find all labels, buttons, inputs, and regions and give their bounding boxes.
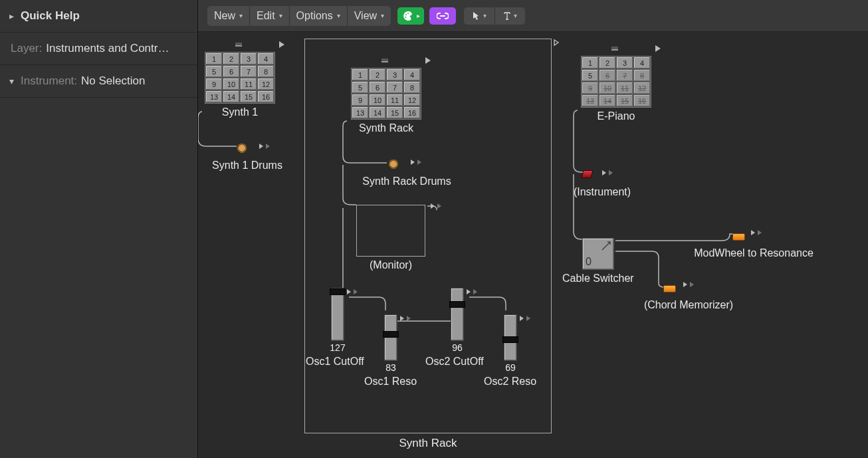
transformer-icon [732, 233, 745, 241]
node-label: Synth Rack Drums [354, 175, 460, 187]
channel-cell[interactable]: 13 [205, 90, 223, 103]
channel-cell[interactable]: 5 [205, 65, 223, 78]
instrument-synth1[interactable]: 12345678910111213141516 Synth 1 [205, 52, 275, 118]
channel-cell[interactable]: 1 [352, 68, 369, 81]
channel-cell[interactable]: 9 [582, 82, 599, 94]
channel-cell[interactable]: 6 [599, 69, 616, 82]
quick-help-row[interactable]: ▸ Quick Help [0, 0, 197, 33]
object-synth1-drums[interactable]: Synth 1 Drums [207, 142, 287, 172]
object-instrument[interactable]: (Instrument) [562, 169, 642, 198]
channel-cell[interactable]: 2 [599, 57, 616, 69]
channel-cell[interactable]: 10 [223, 78, 240, 90]
node-label: ModWheel to Resonance [681, 247, 827, 259]
channel-cell[interactable]: 4 [257, 53, 274, 65]
channel-cell[interactable]: 11 [616, 82, 633, 94]
pointer-tool-button[interactable]: ▾ [464, 7, 494, 25]
channel-cell[interactable]: 8 [257, 65, 274, 78]
channel-cell[interactable]: 4 [403, 68, 421, 81]
color-palette-button[interactable]: ▸ [397, 7, 424, 25]
io-icon [258, 144, 270, 149]
channel-cell[interactable]: 11 [386, 94, 403, 106]
channel-cell[interactable]: 16 [633, 94, 651, 107]
channel-cell[interactable]: 7 [386, 81, 403, 94]
channel-cell[interactable]: 14 [599, 94, 616, 107]
channel-cell[interactable]: 10 [599, 82, 616, 94]
channel-cell[interactable]: 15 [240, 90, 257, 103]
channel-cell[interactable]: 2 [223, 53, 240, 65]
fader-osc1-cutoff[interactable]: 127 Osc1 CutOff [331, 288, 364, 368]
fader-osc1-reso[interactable]: 83 Osc1 Reso [384, 314, 417, 388]
channel-cell[interactable]: 3 [616, 57, 633, 69]
channel-cell[interactable]: 12 [257, 78, 274, 90]
fader-osc2-reso[interactable]: 69 Osc2 Reso [504, 314, 536, 388]
node-label: Osc2 Reso [484, 376, 536, 388]
channel-cell[interactable]: 13 [582, 94, 599, 107]
play-icon [425, 57, 431, 64]
object-synth-rack-drums[interactable]: Synth Rack Drums [354, 158, 460, 187]
io-icon [682, 282, 694, 287]
environment-canvas[interactable]: Synth Rack 12345678910111213141516 Synth… [198, 32, 868, 458]
instrument-row[interactable]: ▾ Instrument: No Selection [0, 65, 197, 98]
channel-cell[interactable]: 4 [633, 57, 651, 69]
menu-new[interactable]: New▾ [207, 6, 249, 26]
io-icon [601, 170, 613, 175]
channel-cell[interactable]: 2 [369, 68, 386, 81]
node-label: Osc2 CutOff [425, 356, 484, 368]
channel-cell[interactable]: 16 [403, 106, 421, 119]
menu-options[interactable]: Options▾ [289, 6, 347, 26]
channel-cell[interactable]: 1 [582, 57, 599, 69]
channel-cell[interactable]: 9 [352, 94, 369, 106]
object-modwheel-resonance[interactable]: ModWheel to Resonance [681, 229, 827, 259]
node-label: Cable Switcher [562, 273, 634, 285]
channel-cell[interactable]: 15 [616, 94, 633, 107]
node-label: Synth 1 [205, 106, 275, 118]
instrument-synth-rack[interactable]: 12345678910111213141516 Synth Rack [351, 68, 421, 134]
cable-switcher-value: 0 [586, 256, 592, 268]
io-icon [518, 316, 530, 321]
svg-point-1 [407, 13, 409, 14]
object-chord-memorizer[interactable]: (Chord Memorizer) [629, 281, 748, 311]
sidebar: ▸ Quick Help Layer: Instruments and Cont… [0, 0, 198, 458]
play-icon [279, 41, 284, 48]
channel-cell[interactable]: 13 [352, 106, 369, 119]
channel-cell[interactable]: 3 [386, 68, 403, 81]
channel-cell[interactable]: 5 [582, 69, 599, 82]
svg-point-2 [405, 17, 406, 18]
io-icon [409, 160, 421, 165]
channel-cell[interactable]: 16 [257, 90, 274, 103]
menu-edit[interactable]: Edit▾ [249, 6, 289, 26]
channel-cell[interactable]: 12 [633, 82, 651, 94]
channel-cell[interactable]: 7 [240, 65, 257, 78]
channel-cell[interactable]: 9 [205, 78, 223, 90]
instrument-icon [581, 170, 593, 178]
channel-cell[interactable]: 15 [386, 106, 403, 119]
channel-cell[interactable]: 14 [223, 90, 240, 103]
channel-cell[interactable]: 6 [223, 65, 240, 78]
channel-cell[interactable]: 12 [403, 94, 421, 106]
channel-cell[interactable]: 3 [240, 53, 257, 65]
channel-cell[interactable]: 1 [205, 53, 223, 65]
chevron-down-icon: ▾ [514, 12, 517, 19]
menubar: New▾ Edit▾ Options▾ View▾ ▸ ▾ ▾ [198, 0, 868, 32]
channel-cell[interactable]: 5 [352, 81, 369, 94]
channel-cell[interactable]: 11 [240, 78, 257, 90]
play-icon [655, 45, 661, 52]
channel-cell[interactable]: 7 [616, 69, 633, 82]
object-monitor[interactable]: (Monitor) [356, 205, 425, 271]
channel-cell[interactable]: 10 [369, 94, 386, 106]
io-icon [750, 230, 762, 235]
channel-cell[interactable]: 14 [369, 106, 386, 119]
layer-row[interactable]: Layer: Instruments and Contr… [0, 33, 197, 65]
io-icon [399, 316, 411, 321]
fader-osc2-cutoff[interactable]: 96 Osc2 CutOff [451, 288, 484, 368]
drum-icon [237, 142, 247, 153]
menu-view[interactable]: View▾ [347, 6, 391, 26]
channel-cell[interactable]: 6 [369, 81, 386, 94]
node-label: (Monitor) [356, 259, 425, 271]
channel-cell[interactable]: 8 [403, 81, 421, 94]
object-cable-switcher[interactable]: 0 Cable Switcher [582, 238, 634, 285]
link-button[interactable] [429, 7, 456, 25]
instrument-epiano[interactable]: 12345678910111213141516 E-Piano [581, 56, 651, 122]
text-tool-button[interactable]: ▾ [494, 7, 525, 25]
channel-cell[interactable]: 8 [633, 69, 651, 82]
